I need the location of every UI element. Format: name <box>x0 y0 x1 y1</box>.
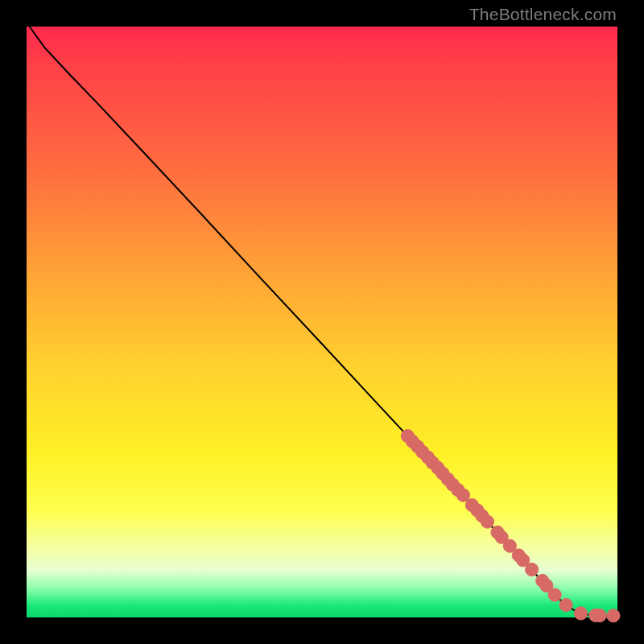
chart-frame: TheBottleneck.com <box>0 0 644 644</box>
data-point <box>593 609 606 622</box>
data-point <box>607 609 620 622</box>
chart-overlay <box>27 27 617 617</box>
data-markers <box>401 430 620 622</box>
bottleneck-curve <box>30 27 617 616</box>
data-point <box>559 599 572 612</box>
data-point <box>548 588 561 601</box>
data-point <box>481 515 493 528</box>
data-point <box>526 563 539 576</box>
data-point <box>574 607 587 620</box>
watermark-text: TheBottleneck.com <box>469 5 617 24</box>
